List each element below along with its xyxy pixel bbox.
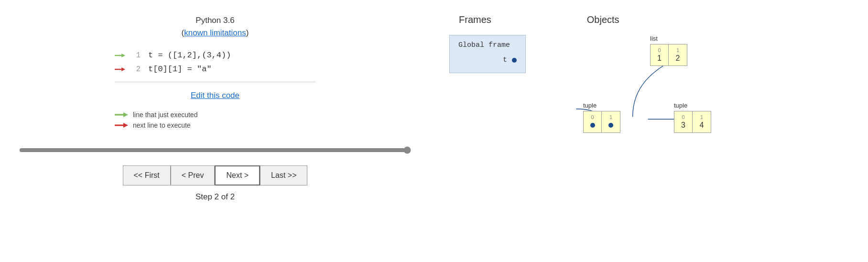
slider-container bbox=[19, 145, 411, 157]
prev-button[interactable]: < Prev bbox=[171, 165, 215, 186]
tuple-main-box: 0 1 bbox=[583, 111, 620, 133]
tuple-main-dot-1 bbox=[608, 123, 613, 128]
tuple-main-object: tuple 0 1 bbox=[583, 102, 620, 133]
legend: line that just executed next line to exe… bbox=[115, 111, 315, 132]
left-panel: Python 3.6 (known limitations) 1 t = ([1… bbox=[0, 0, 430, 262]
var-dot-t bbox=[512, 58, 517, 63]
line-number-2: 2 bbox=[129, 65, 141, 74]
frame-title: Global frame bbox=[458, 41, 517, 49]
tuple-right-object: tuple 0 3 1 4 bbox=[674, 102, 711, 133]
legend-red-label: next line to execute bbox=[133, 121, 191, 129]
list-label: list bbox=[650, 35, 687, 42]
legend-red: next line to execute bbox=[115, 121, 315, 129]
first-button[interactable]: << First bbox=[123, 165, 171, 186]
code-line-2: 2 t[0][1] = "a" bbox=[115, 63, 315, 75]
tuple-main-label: tuple bbox=[583, 102, 620, 109]
step-slider[interactable] bbox=[19, 145, 411, 155]
list-box: 0 1 1 2 bbox=[650, 44, 687, 66]
step-label: Step 2 of 2 bbox=[195, 192, 235, 202]
frames-header: Frames bbox=[459, 14, 491, 25]
code-line-1: 1 t = ([1,2],(3,4)) bbox=[115, 49, 315, 61]
list-object: list 0 1 1 2 bbox=[650, 35, 687, 66]
green-arrow-icon bbox=[115, 52, 125, 59]
objects-area: list 0 1 1 2 tuple 0 bbox=[554, 35, 849, 178]
python-title: Python 3.6 (known limitations) bbox=[182, 14, 249, 39]
code-text-2: t[0][1] = "a" bbox=[148, 65, 212, 74]
tuple-right-box: 0 3 1 4 bbox=[674, 111, 711, 133]
nav-buttons: << First < Prev Next > Last >> bbox=[123, 165, 308, 186]
legend-red-arrow-icon bbox=[115, 122, 128, 129]
legend-green: line that just executed bbox=[115, 111, 315, 119]
code-block: 1 t = ([1,2],(3,4)) 2 t[0][1] = "a" bbox=[115, 49, 315, 82]
tuple-main-cell-0: 0 bbox=[584, 111, 602, 132]
viz-content: Global frame t bbox=[449, 35, 849, 178]
svg-marker-3 bbox=[121, 67, 125, 71]
known-limitations-link[interactable]: known limitations bbox=[184, 28, 246, 37]
tuple-right-cell-1: 1 4 bbox=[693, 111, 711, 132]
var-name-t: t bbox=[503, 56, 507, 64]
frame-var-t: t bbox=[458, 56, 517, 64]
edit-code-link[interactable]: Edit this code bbox=[191, 91, 239, 100]
last-button[interactable]: Last >> bbox=[260, 165, 307, 186]
right-panel: Frames Objects Global frame t bbox=[430, 0, 868, 262]
red-arrow-icon bbox=[115, 66, 125, 73]
list-cell-0: 0 1 bbox=[651, 44, 669, 66]
svg-marker-7 bbox=[123, 123, 128, 128]
line-number-1: 1 bbox=[129, 51, 141, 60]
svg-marker-5 bbox=[123, 112, 128, 117]
tuple-right-cell-0: 0 3 bbox=[674, 111, 693, 132]
code-text-1: t = ([1,2],(3,4)) bbox=[148, 51, 231, 60]
next-button[interactable]: Next > bbox=[215, 165, 260, 186]
tuple-main-dot-0 bbox=[590, 123, 595, 128]
legend-green-arrow-icon bbox=[115, 111, 128, 118]
list-cell-1: 1 2 bbox=[669, 44, 687, 66]
tuple-right-label: tuple bbox=[674, 102, 711, 109]
tuple-main-cell-1: 1 bbox=[602, 111, 620, 132]
legend-green-label: line that just executed bbox=[133, 111, 197, 119]
global-frame: Global frame t bbox=[449, 35, 526, 73]
python-version-label: Python 3.6 bbox=[195, 16, 234, 25]
svg-marker-1 bbox=[121, 54, 125, 57]
viz-headers: Frames Objects bbox=[459, 14, 849, 25]
objects-header: Objects bbox=[587, 14, 619, 25]
